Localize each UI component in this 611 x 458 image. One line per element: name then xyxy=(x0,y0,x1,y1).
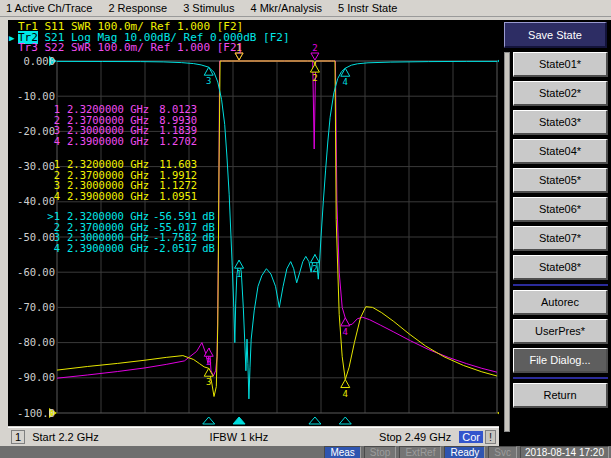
status-extref: ExtRef xyxy=(399,446,441,458)
alert-badge[interactable]: ! xyxy=(485,430,496,444)
ifbw-label: IFBW 1 kHz xyxy=(210,431,269,443)
marker-table-tr1: 12.3200000 GHz11.60322.3700000 GHz1.9912… xyxy=(38,159,197,201)
marker-row: 12.3200000 GHz8.0123 xyxy=(38,104,197,115)
svg-text:4: 4 xyxy=(343,77,348,87)
softkey-file-dialog[interactable]: File Dialog... xyxy=(513,348,608,373)
svg-text:3: 3 xyxy=(206,76,211,86)
menu-1-active-ch-trace[interactable]: 1 Active Ch/Trace xyxy=(6,2,92,14)
trace-def-tr3[interactable]: Tr3 S22 SWR 100.0m/ Ref 1.000 [F2] xyxy=(18,43,243,53)
correction-badge: Cor xyxy=(459,431,483,443)
svg-text:2: 2 xyxy=(312,73,317,83)
status-stop: Stop xyxy=(364,446,397,458)
status-fields: MeasStopExtRefReadySvc xyxy=(324,446,517,458)
softkey-state04[interactable]: State04* xyxy=(513,139,608,164)
softkey-state06[interactable]: State06* xyxy=(513,197,608,222)
marker-row: 42.3900000 GHz1.0951 xyxy=(38,191,197,202)
menu-5-instr-state[interactable]: 5 Instr State xyxy=(338,2,397,14)
softkey-state01[interactable]: State01* xyxy=(513,52,608,77)
channel-status-bar: 1 Start 2.2 GHz IFBW 1 kHz Stop 2.49 GHz… xyxy=(8,427,499,446)
marker-row: 42.3900000 GHz-2.0517dB xyxy=(38,243,215,254)
y-axis-label-10-00: -10.00 xyxy=(9,91,55,102)
svg-text:3: 3 xyxy=(206,357,211,367)
marker-row: >12.3200000 GHz-56.591dB xyxy=(38,211,215,222)
y-axis-label-100-0: -100.0 xyxy=(9,408,55,419)
softkey-separator xyxy=(513,377,608,379)
start-frequency-label: Start 2.2 GHz xyxy=(32,431,99,443)
y-axis-label-60-00: -60.00 xyxy=(9,267,55,278)
softkey-panel: Save State State01*State02*State03*State… xyxy=(499,20,611,446)
active-trace-arrow-icon: ▶ xyxy=(9,33,14,43)
status-svc: Svc xyxy=(488,446,517,458)
menu-3-stimulus[interactable]: 3 Stimulus xyxy=(183,2,234,14)
softkey-scrollbar[interactable] xyxy=(504,52,510,432)
softkey-list: State01*State02*State03*State04*State05*… xyxy=(513,52,608,408)
menu-2-response[interactable]: 2 Response xyxy=(108,2,167,14)
marker-row: 32.3000000 GHz-1.7582dB xyxy=(38,232,215,243)
softkey-state08[interactable]: State08* xyxy=(513,255,608,280)
y-axis-label-70-00: -70.00 xyxy=(9,302,55,313)
analyzer-screen: 123412341234 Tr1 S11 SWR 100.0m/ Ref 1.0… xyxy=(8,20,501,426)
softkey-separator xyxy=(513,284,608,286)
y-axis-label-80-00: -80.00 xyxy=(9,337,55,348)
menu-4-mkr-analysis[interactable]: 4 Mkr/Analysis xyxy=(250,2,322,14)
channel-number: 1 xyxy=(11,430,25,444)
marker-row: 32.3000000 GHz1.1839 xyxy=(38,125,197,136)
datetime: 2018-08-14 17:20 xyxy=(520,446,609,458)
svg-text:1: 1 xyxy=(236,269,241,279)
status-ready: Ready xyxy=(444,446,485,458)
y-axis-label-90-00: -90.00 xyxy=(9,372,55,383)
softkey-state02[interactable]: State02* xyxy=(513,81,608,106)
softkey-state03[interactable]: State03* xyxy=(513,110,608,135)
marker-table-tr3: 12.3200000 GHz8.012322.3700000 GHz8.9930… xyxy=(38,104,197,146)
softkey-menu-title: Save State xyxy=(504,22,607,48)
marker-table-tr2: >12.3200000 GHz-56.591dB22.3700000 GHz-5… xyxy=(38,211,215,253)
vna-window: 1 Active Ch/Trace2 Response3 Stimulus4 M… xyxy=(0,0,611,458)
softkey-state07[interactable]: State07* xyxy=(513,226,608,251)
status-meas: Meas xyxy=(324,446,360,458)
stop-frequency-label: Stop 2.49 GHz xyxy=(379,431,451,443)
softkey-userpres[interactable]: UserPres* xyxy=(513,319,608,344)
softkey-autorec[interactable]: Autorec xyxy=(513,290,608,315)
svg-text:4: 4 xyxy=(343,389,348,399)
softkey-return[interactable]: Return xyxy=(513,383,608,408)
svg-text:3: 3 xyxy=(206,377,211,387)
svg-text:2: 2 xyxy=(312,43,317,53)
marker-row: 12.3200000 GHz11.603 xyxy=(38,159,197,170)
instrument-status-bar: MeasStopExtRefReadySvc 2018-08-14 17:20 xyxy=(0,446,611,458)
svg-text:4: 4 xyxy=(343,327,348,337)
softkey-state05[interactable]: State05* xyxy=(513,168,608,193)
marker-row: 32.3000000 GHz1.1272 xyxy=(38,180,197,191)
y-axis-label-0-000: 0.000 xyxy=(9,56,55,67)
svg-text:2: 2 xyxy=(312,264,317,274)
menu-bar: 1 Active Ch/Trace2 Response3 Stimulus4 M… xyxy=(0,0,611,17)
marker-row: 42.3900000 GHz1.2702 xyxy=(38,136,197,147)
